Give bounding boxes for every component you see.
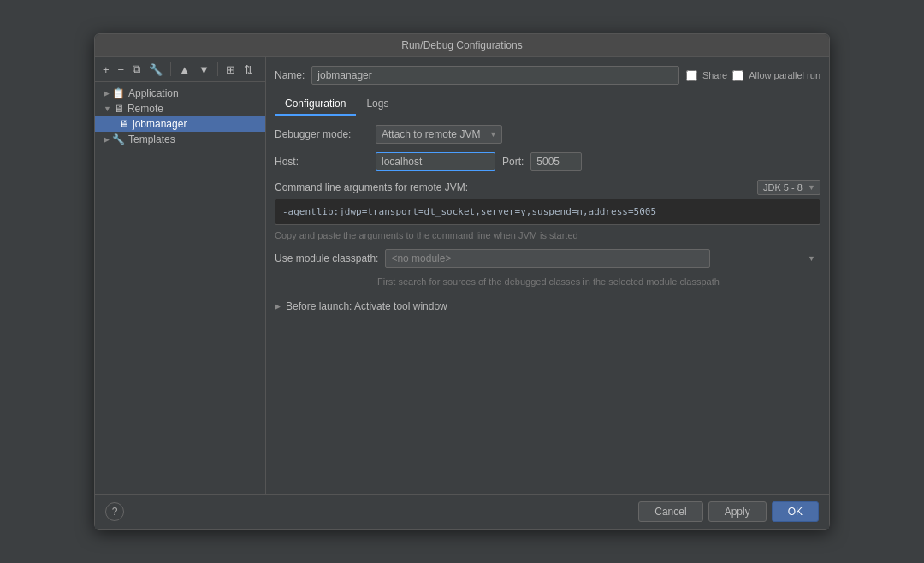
jdk-select[interactable]: JDK 5 - 8 JDK 9+ [757,180,820,195]
before-launch-arrow-icon: ▶ [275,302,281,311]
host-input[interactable] [376,152,495,171]
tree-arrow-application: ▶ [104,89,110,98]
debugger-mode-row: Debugger mode: Attach to remote JVM List… [275,125,820,144]
host-port-row: Host: Port: [275,152,820,171]
allow-parallel-label: Allow parallel run [749,70,820,80]
module-classpath-label: Use module classpath: [275,252,378,264]
module-select-wrapper: <no module> ▼ [385,249,820,268]
before-launch-section[interactable]: ▶ Before launch: Activate tool window [275,300,820,312]
tree-label-remote: Remote [127,103,163,115]
jdk-select-wrapper: JDK 5 - 8 JDK 9+ ▼ [757,180,820,195]
filter-button[interactable]: ⊞ [223,62,238,78]
cancel-button[interactable]: Cancel [638,501,702,522]
cmdline-header: Command line arguments for remote JVM: J… [275,180,820,195]
application-icon: 📋 [112,87,125,99]
host-label: Host: [275,156,369,168]
tree-arrow-templates: ▶ [104,135,110,144]
dialog-title: Run/Debug Configurations [401,39,522,51]
ok-button[interactable]: OK [772,501,819,522]
name-input[interactable] [311,66,679,85]
debugger-mode-select[interactable]: Attach to remote JVM Listen to remote JV… [376,125,502,144]
help-button[interactable]: ? [105,502,124,521]
cmdline-hint: Copy and paste the arguments to the comm… [275,228,820,242]
question-mark-icon: ? [112,506,118,518]
tree-item-templates[interactable]: ▶ 🔧 Templates [95,132,265,147]
cmdline-label: Command line arguments for remote JVM: [275,181,468,193]
apply-button[interactable]: Apply [708,501,767,522]
jobmanager-icon: 🖥 [119,118,129,130]
toolbar: + − ⧉ 🔧 ▲ ▼ ⊞ ⇅ [95,57,265,82]
share-label: Share [702,70,727,80]
sort-button[interactable]: ⇅ [241,62,256,78]
remote-icon: 🖥 [114,103,124,115]
tab-logs[interactable]: Logs [356,93,399,116]
module-section: Use module classpath: <no module> ▼ Firs… [275,249,820,287]
config-content: Debugger mode: Attach to remote JVM List… [275,125,820,485]
cmdline-section: Command line arguments for remote JVM: J… [275,180,820,242]
module-classpath-select[interactable]: <no module> [385,249,710,268]
before-launch-label: Before launch: Activate tool window [286,300,447,312]
move-down-button[interactable]: ▼ [196,62,212,78]
allow-parallel-checkbox[interactable] [732,70,743,81]
run-debug-dialog: Run/Debug Configurations + − ⧉ 🔧 ▲ ▼ ⊞ ⇅ [94,33,830,530]
share-checkbox[interactable] [686,70,697,81]
tab-configuration[interactable]: Configuration [275,93,356,116]
wrench-button[interactable]: 🔧 [146,62,165,78]
tree-item-remote[interactable]: ▼ 🖥 Remote [95,101,265,116]
dialog-titlebar: Run/Debug Configurations [95,34,829,57]
module-classpath-hint: First search for sources of the debugged… [377,276,820,287]
dialog-body: + − ⧉ 🔧 ▲ ▼ ⊞ ⇅ ▶ 📋 Application [95,57,829,494]
copy-config-button[interactable]: ⧉ [130,61,143,78]
name-row: Name: Share Allow parallel run [275,66,820,85]
tree-label-application: Application [128,87,179,99]
debugger-mode-select-wrapper: Attach to remote JVM Listen to remote JV… [376,125,502,144]
port-label: Port: [502,156,524,168]
port-input[interactable] [530,152,582,171]
config-tree: ▶ 📋 Application ▼ 🖥 Remote 🖥 jobmanager [95,82,265,494]
share-row: Share Allow parallel run [686,70,820,81]
right-panel: Name: Share Allow parallel run Configura… [266,57,829,494]
toolbar-separator-2 [217,62,218,76]
button-group: Cancel Apply OK [638,501,819,522]
tree-item-application[interactable]: ▶ 📋 Application [95,86,265,101]
add-config-button[interactable]: + [100,62,112,78]
remove-config-button[interactable]: − [116,62,127,78]
cmdline-box: -agentlib:jdwp=transport=dt_socket,serve… [275,199,820,225]
module-classpath-row: Use module classpath: <no module> ▼ [275,249,820,268]
tree-item-jobmanager[interactable]: 🖥 jobmanager [95,116,265,132]
module-chevron-icon: ▼ [808,254,815,263]
cmdline-value: -agentlib:jdwp=transport=dt_socket,serve… [282,206,656,217]
tree-label-jobmanager: jobmanager [133,118,187,130]
bottom-bar: ? Cancel Apply OK [95,494,829,529]
tabs-bar: Configuration Logs [275,93,820,116]
move-up-button[interactable]: ▲ [176,62,192,78]
debugger-mode-label: Debugger mode: [275,128,369,140]
tree-label-templates: Templates [128,133,175,145]
left-panel: + − ⧉ 🔧 ▲ ▼ ⊞ ⇅ ▶ 📋 Application [95,57,266,494]
templates-icon: 🔧 [112,133,125,145]
toolbar-separator [170,62,171,76]
name-label: Name: [275,69,305,81]
tree-arrow-remote: ▼ [104,104,111,113]
